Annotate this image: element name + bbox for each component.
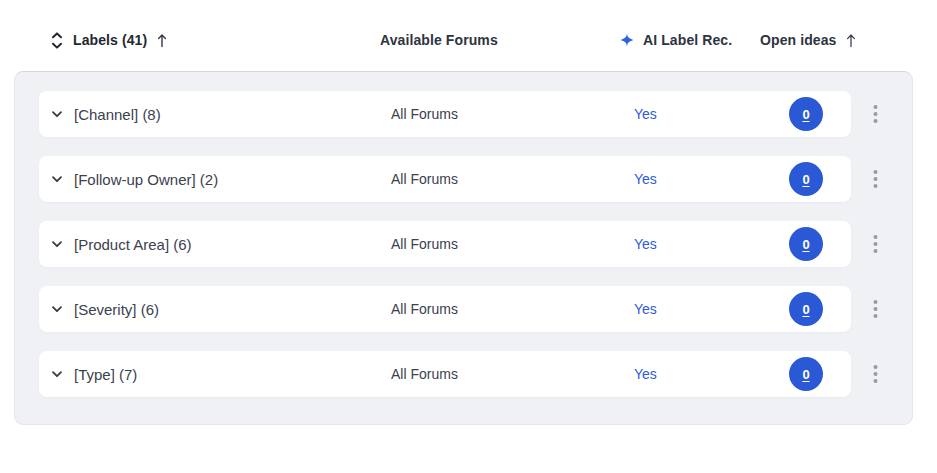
sparkle-icon [620, 33, 634, 47]
available-forums-value: All Forums [391, 91, 458, 137]
available-forums-column-title: Available Forums [380, 32, 498, 48]
label-row-wrap: [Product Area] (6) All Forums Yes 0 [39, 221, 914, 267]
kebab-menu-icon[interactable] [867, 234, 883, 254]
open-ideas-badge[interactable]: 0 [789, 357, 823, 391]
open-ideas-column-title: Open ideas [760, 32, 836, 48]
label-row-wrap: [Channel] (8) All Forums Yes 0 [39, 91, 914, 137]
chevron-down-icon[interactable] [50, 237, 64, 251]
label-row[interactable]: [Type] (7) All Forums Yes 0 [39, 351, 851, 397]
label-row[interactable]: [Follow-up Owner] (2) All Forums Yes 0 [39, 156, 851, 202]
column-header-open-ideas[interactable]: Open ideas [760, 30, 857, 50]
available-forums-value: All Forums [391, 156, 458, 202]
label-row[interactable]: [Severity] (6) All Forums Yes 0 [39, 286, 851, 332]
ai-label-rec-value: Yes [634, 286, 657, 332]
arrow-up-icon [845, 33, 857, 48]
ai-label-rec-value: Yes [634, 351, 657, 397]
kebab-menu-icon[interactable] [867, 364, 883, 384]
label-name: [Product Area] (6) [74, 221, 192, 267]
labels-list: [Channel] (8) All Forums Yes 0 [Follow-u… [39, 91, 912, 397]
ai-label-rec-value: Yes [634, 91, 657, 137]
label-name: [Type] (7) [74, 351, 137, 397]
ai-label-rec-value: Yes [634, 221, 657, 267]
sort-unfold-icon[interactable] [50, 31, 64, 50]
open-ideas-badge[interactable]: 0 [789, 292, 823, 326]
ai-label-rec-column-title: AI Label Rec. [643, 32, 732, 48]
column-header-available-forums: Available Forums [380, 30, 498, 50]
kebab-menu-icon[interactable] [867, 169, 883, 189]
chevron-down-icon[interactable] [50, 302, 64, 316]
label-name: [Follow-up Owner] (2) [74, 156, 218, 202]
kebab-menu-icon[interactable] [867, 299, 883, 319]
label-name: [Severity] (6) [74, 286, 159, 332]
label-row-wrap: [Follow-up Owner] (2) All Forums Yes 0 [39, 156, 914, 202]
label-row[interactable]: [Channel] (8) All Forums Yes 0 [39, 91, 851, 137]
available-forums-value: All Forums [391, 221, 458, 267]
open-ideas-badge[interactable]: 0 [789, 97, 823, 131]
open-ideas-badge[interactable]: 0 [789, 162, 823, 196]
arrow-up-icon [156, 33, 168, 48]
label-row-wrap: [Type] (7) All Forums Yes 0 [39, 351, 914, 397]
labels-list-panel: [Channel] (8) All Forums Yes 0 [Follow-u… [14, 71, 913, 425]
label-name: [Channel] (8) [74, 91, 161, 137]
chevron-down-icon[interactable] [50, 367, 64, 381]
labels-column-title: Labels (41) [73, 32, 147, 48]
chevron-down-icon[interactable] [50, 172, 64, 186]
column-header-labels[interactable]: Labels (41) [50, 30, 168, 50]
open-ideas-badge[interactable]: 0 [789, 227, 823, 261]
available-forums-value: All Forums [391, 286, 458, 332]
labels-table-header: Labels (41) Available Forums AI Label Re… [0, 0, 937, 71]
available-forums-value: All Forums [391, 351, 458, 397]
kebab-menu-icon[interactable] [867, 104, 883, 124]
label-row-wrap: [Severity] (6) All Forums Yes 0 [39, 286, 914, 332]
chevron-down-icon[interactable] [50, 107, 64, 121]
labels-settings-page: Labels (41) Available Forums AI Label Re… [0, 0, 937, 473]
ai-label-rec-value: Yes [634, 156, 657, 202]
column-header-ai-label-rec: AI Label Rec. [620, 30, 732, 50]
label-row[interactable]: [Product Area] (6) All Forums Yes 0 [39, 221, 851, 267]
